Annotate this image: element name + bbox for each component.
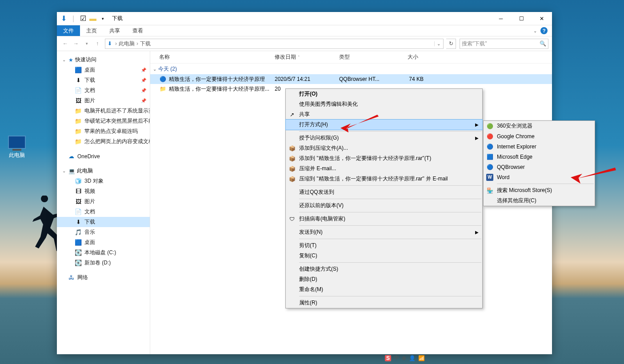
folder-icon[interactable]: ▬ bbox=[89, 15, 97, 23]
up-button[interactable]: ↑ bbox=[92, 39, 102, 48]
network-icon: 🖧 bbox=[68, 274, 75, 281]
menu-item[interactable]: 🛡扫描病毒(电脑管家) bbox=[286, 214, 482, 224]
menu-item[interactable]: 打开方式(H)▶ bbox=[286, 120, 482, 130]
sidebar-item[interactable]: 💽新加卷 (D:) bbox=[57, 258, 150, 268]
menu-item[interactable]: 剪切(T) bbox=[286, 240, 482, 251]
drive-icon: 🎞 bbox=[75, 188, 82, 195]
sidebar-item[interactable]: 🖼图片📌 bbox=[57, 96, 150, 106]
breadcrumb[interactable]: 此电脑 bbox=[117, 40, 136, 48]
sidebar-item[interactable]: 🧊3D 对象 bbox=[57, 176, 150, 186]
submenu-item[interactable]: 🟢360安全浏览器 bbox=[484, 121, 595, 131]
download-icon: ⬇ bbox=[106, 40, 113, 47]
menu-item[interactable]: 复制(C) bbox=[286, 251, 482, 261]
minimize-button[interactable]: ─ bbox=[491, 12, 511, 25]
sidebar-item[interactable]: 💽本地磁盘 (C:) bbox=[57, 248, 150, 258]
recent-dropdown-icon[interactable]: ▾ bbox=[82, 39, 92, 48]
tab-share[interactable]: 共享 bbox=[103, 25, 126, 36]
search-placeholder: 搜索"下载" bbox=[462, 40, 487, 48]
search-input[interactable]: 搜索"下载" 🔍 bbox=[460, 39, 548, 49]
sidebar-item[interactable]: 🟦桌面📌 bbox=[57, 65, 150, 75]
maximize-button[interactable]: ☐ bbox=[511, 12, 532, 25]
sidebar-item[interactable]: 📁苹果的热点安卓能连吗 bbox=[57, 126, 150, 136]
forward-button[interactable]: → bbox=[71, 39, 81, 48]
help-icon[interactable]: ? bbox=[540, 27, 548, 34]
submenu-item[interactable]: 选择其他应用(C) bbox=[484, 196, 595, 206]
menu-item[interactable]: 📦添加到 "精致生活，你一定要懂得十大经济学原理.rar"(T) bbox=[286, 153, 482, 164]
pin-icon: 📌 bbox=[141, 98, 146, 103]
tab-home[interactable]: 主页 bbox=[80, 25, 103, 36]
menu-item[interactable]: 使用美图秀秀编辑和美化 bbox=[286, 99, 482, 109]
sidebar: ⌄ ★ 快速访问 🟦桌面📌⬇下载📌📄文档📌🖼图片📌📁电脑开机后进不了系统显示英文… bbox=[57, 51, 150, 354]
submenu-item[interactable]: 🔴Google Chrome bbox=[484, 131, 595, 141]
menu-item[interactable]: 属性(R) bbox=[286, 298, 482, 308]
menu-item[interactable]: 发送到(N)▶ bbox=[286, 227, 482, 237]
sidebar-thispc[interactable]: ⌄ 💻 此电脑 bbox=[57, 166, 150, 176]
refresh-button[interactable]: ↻ bbox=[446, 39, 456, 49]
tab-file[interactable]: 文件 bbox=[57, 25, 80, 36]
menu-item[interactable]: 打开(O) bbox=[286, 89, 482, 99]
col-name[interactable]: 名称 bbox=[159, 53, 275, 61]
menu-item[interactable]: 重命名(M) bbox=[286, 284, 482, 295]
sidebar-quick-access[interactable]: ⌄ ★ 快速访问 bbox=[57, 55, 150, 65]
col-date[interactable]: 修改日期˄ bbox=[275, 53, 339, 61]
chevron-down-icon[interactable]: ⌄ bbox=[153, 67, 156, 72]
col-size[interactable]: 大小 bbox=[392, 53, 424, 61]
tray-icon[interactable]: 📶 bbox=[418, 355, 425, 361]
sidebar-item[interactable]: 📄文档📌 bbox=[57, 85, 150, 96]
address-bar[interactable]: ⬇ › 此电脑 › 下载 ⌄ bbox=[105, 39, 444, 49]
sidebar-onedrive[interactable]: ☁OneDrive bbox=[57, 151, 150, 161]
ime-lang[interactable]: 中 bbox=[394, 354, 399, 362]
system-tray[interactable]: S 中 ⊗ 👤 📶 bbox=[385, 354, 425, 362]
menu-item[interactable]: ↗共享 bbox=[286, 109, 482, 120]
chevron-right-icon: ▶ bbox=[475, 136, 479, 140]
menu-item[interactable]: 📦压缩并 E-mail... bbox=[286, 164, 482, 174]
sidebar-item[interactable]: 📁怎么把网页上的内容变成文档 bbox=[57, 136, 150, 147]
sidebar-item[interactable]: ⬇下载 bbox=[57, 217, 150, 227]
chevron-down-icon[interactable]: ⌄ bbox=[62, 57, 67, 62]
menu-item-label: 扫描病毒(电脑管家) bbox=[299, 215, 345, 223]
group-today[interactable]: ⌄ 今天 (2) bbox=[150, 64, 552, 74]
file-name: 精致生活，你一定要懂得十大经济学原理 bbox=[169, 76, 275, 83]
sidebar-item[interactable]: 📁电脑开机后进不了系统显示英文 bbox=[57, 106, 150, 116]
submenu-item-label: Google Chrome bbox=[497, 133, 535, 140]
sidebar-item[interactable]: 🖼图片 bbox=[57, 196, 150, 207]
tray-icon[interactable]: ⊗ bbox=[402, 355, 406, 361]
folder-icon: ⬇ bbox=[75, 77, 82, 84]
search-icon[interactable]: 🔍 bbox=[540, 40, 546, 47]
ime-icon[interactable]: S bbox=[385, 355, 391, 361]
back-button[interactable]: ← bbox=[60, 39, 70, 48]
sidebar-item[interactable]: ⬇下载📌 bbox=[57, 75, 150, 85]
col-type[interactable]: 类型 bbox=[339, 53, 392, 61]
address-dropdown-icon[interactable]: ⌄ bbox=[434, 41, 442, 46]
menu-item[interactable]: 授予访问权限(G)▶ bbox=[286, 133, 482, 143]
tab-view[interactable]: 查看 bbox=[126, 25, 149, 36]
ribbon-collapse-icon[interactable]: ⌄ bbox=[533, 28, 537, 33]
submenu-item[interactable]: 🏪搜索 Microsoft Store(S) bbox=[484, 185, 595, 196]
sidebar-item[interactable]: 🎞视频 bbox=[57, 186, 150, 196]
sidebar-item[interactable]: 🎵音乐 bbox=[57, 227, 150, 237]
file-row[interactable]: 🔵精致生活，你一定要懂得十大经济学原理2020/5/7 14:21QQBrows… bbox=[150, 74, 552, 84]
desktop-pc-icon[interactable]: 此电脑 bbox=[4, 136, 30, 159]
menu-item[interactable]: 📦压缩到 "精致生活，你一定要懂得十大经济学原理.rar" 并 E-mail bbox=[286, 174, 482, 184]
sidebar-network[interactable]: 🖧网络 bbox=[57, 272, 150, 283]
chevron-down-icon[interactable]: ⌄ bbox=[62, 168, 67, 173]
qat-dropdown-icon[interactable]: ▾ bbox=[99, 15, 107, 23]
close-button[interactable]: ✕ bbox=[532, 12, 552, 25]
sidebar-item[interactable]: 🟦桌面 bbox=[57, 237, 150, 248]
submenu-item[interactable]: 🟦Microsoft Edge bbox=[484, 152, 595, 162]
tray-icon[interactable]: 👤 bbox=[409, 355, 416, 361]
sidebar-item-label: 下载 bbox=[84, 218, 95, 226]
download-icon[interactable]: ⬇ bbox=[60, 15, 68, 23]
sidebar-item[interactable]: 📁华硕笔记本突然黑屏然后不能开 bbox=[57, 116, 150, 126]
menu-item[interactable]: 删除(D) bbox=[286, 274, 482, 284]
breadcrumb[interactable]: 下载 bbox=[138, 40, 152, 48]
menu-item[interactable]: 通过QQ发送到 bbox=[286, 187, 482, 197]
menu-item[interactable]: 还原以前的版本(V) bbox=[286, 200, 482, 211]
menu-item[interactable]: 📦添加到压缩文件(A)... bbox=[286, 143, 482, 153]
titlebar[interactable]: ⬇ | ☑ ▬ ▾ 下载 ─ ☐ ✕ bbox=[57, 12, 552, 25]
submenu-item[interactable]: 🔵Internet Explorer bbox=[484, 141, 595, 152]
sidebar-item[interactable]: 📄文档 bbox=[57, 207, 150, 217]
sort-asc-icon: ˄ bbox=[298, 55, 300, 60]
properties-icon[interactable]: ☑ bbox=[79, 15, 87, 23]
menu-item[interactable]: 创建快捷方式(S) bbox=[286, 264, 482, 274]
